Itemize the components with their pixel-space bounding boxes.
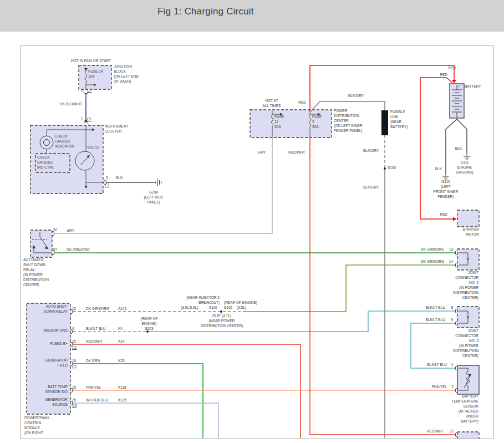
starter-feed-arrow: [453, 217, 457, 221]
jc3-jumper-dot: [467, 316, 469, 318]
wiring-diagram-page: Fig 1: Charging Circuit: [0, 0, 504, 443]
wiring-diagram: [21, 45, 493, 439]
diagram-frame: [21, 45, 493, 439]
wire-red-battery-feed: [310, 65, 454, 111]
figure-title: Fig 1: Charging Circuit: [157, 6, 254, 17]
instrument-cluster-box: [30, 125, 103, 194]
battery-feed-arrow: [452, 80, 456, 83]
starter-motor-box: [457, 210, 479, 227]
splice-s103: [146, 330, 149, 333]
wire-k4-solid: [146, 311, 456, 332]
splice-s110: [220, 310, 222, 313]
pcm-box: [27, 303, 70, 414]
wire-battery-negative: [446, 119, 467, 174]
fusible-link-icon: [381, 110, 388, 135]
wire-k20-dk-grn: [73, 364, 203, 438]
splices-layer: [146, 167, 386, 333]
g110-ground-icon: [442, 174, 449, 180]
wire-red-starter: [420, 78, 453, 219]
g111-ground-icon: [464, 154, 470, 160]
wire-a142-solid: [243, 265, 456, 312]
asd-relay-box: [30, 230, 52, 257]
splice-s100: [384, 167, 386, 170]
wire-a14-red-wht: [73, 344, 301, 438]
pin-connectors-layer: [52, 91, 457, 437]
g208-ground-icon: [154, 179, 161, 186]
jc2-jumper-dot: [467, 258, 469, 259]
component-boxes: [27, 65, 479, 439]
wire-k125-wht-dk-blu: [73, 403, 218, 438]
bottom-right-box: [457, 432, 479, 439]
wire-jc3-to-bts: [411, 323, 456, 368]
title-bar: Fig 1: Charging Circuit: [0, 0, 504, 32]
junction-block-box: [79, 65, 111, 89]
